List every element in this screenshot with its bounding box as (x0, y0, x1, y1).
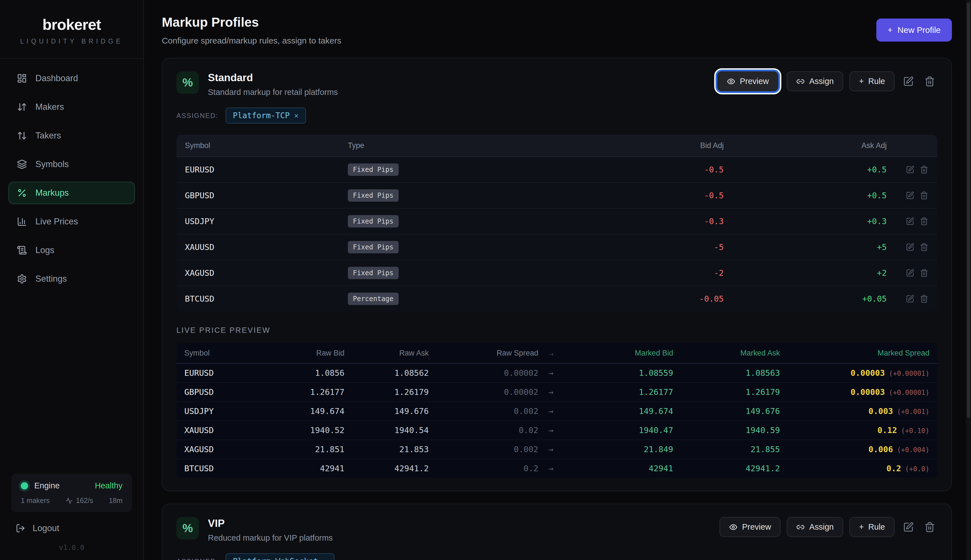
add-rule-button[interactable]: + Rule (849, 71, 894, 91)
marked-spread: 0.006 (868, 445, 893, 454)
col-raw-bid: Raw Bid (280, 343, 344, 363)
marked-bid: 1.26177 (564, 383, 673, 401)
edit-rule-button[interactable] (905, 242, 915, 252)
delete-rule-button[interactable] (919, 165, 929, 174)
rule-label: Rule (868, 77, 885, 86)
sidebar-item-settings[interactable]: Settings (8, 268, 135, 290)
delete-rule-button[interactable] (919, 217, 929, 226)
marked-bid: 1940.47 (564, 421, 673, 440)
sidebar-item-makers[interactable]: Makers (8, 96, 135, 118)
trash-icon (920, 217, 928, 225)
spread-delta: (+0.00001) (889, 370, 930, 377)
scrollbar-thumb[interactable] (967, 2, 970, 418)
raw-spread: 0.00002 (429, 383, 538, 401)
rule-row: XAUUSD Fixed Pips -5 +5 (177, 234, 937, 260)
edit-rule-button[interactable] (905, 191, 915, 200)
engine-health-badge: Healthy (95, 481, 122, 490)
edit-profile-button[interactable] (901, 74, 916, 89)
preview-label: Preview (740, 77, 769, 86)
engine-status-card: Engine Healthy 1 makers 162/s 18m (11, 474, 132, 512)
rule-row: USDJPY Fixed Pips -0.3 +0.3 (177, 208, 937, 234)
delete-profile-button[interactable] (922, 74, 937, 89)
live-price-row: GBPUSD 1.26177 1.26179 0.00002 → 1.26177… (177, 382, 937, 401)
new-profile-button[interactable]: + New Profile (876, 18, 952, 42)
assigned-label: ASSIGNED: (177, 112, 218, 120)
remove-tag-icon[interactable]: × (294, 112, 299, 120)
rule-symbol: EURUSD (185, 158, 348, 181)
raw-ask: 149.676 (344, 402, 429, 420)
spread-delta: (+0.004) (897, 446, 929, 454)
profile-card-vip: % VIP Reduced markup for VIP platforms P… (162, 503, 952, 560)
sidebar: brokeret LIQUIDITY BRIDGE Dashboard Make… (0, 0, 144, 560)
rule-symbol: XAGUSD (185, 262, 348, 284)
add-rule-button[interactable]: + Rule (849, 517, 894, 537)
col-raw-spread: Raw Spread (429, 343, 538, 363)
delete-rule-button[interactable] (919, 191, 929, 200)
live-symbol: GBPUSD (184, 383, 280, 401)
rule-label: Rule (868, 522, 885, 532)
rule-type-badge: Fixed Pips (348, 163, 399, 176)
engine-label: Engine (34, 481, 60, 490)
remove-tag-icon[interactable]: × (322, 557, 327, 560)
marked-ask: 149.676 (673, 402, 780, 420)
assigned-tag: Platform-TCP × (225, 108, 306, 123)
trash-icon (924, 76, 935, 87)
raw-ask: 1.26179 (344, 383, 429, 401)
sidebar-item-live-prices[interactable]: Live Prices (8, 210, 135, 233)
app-tagline: LIQUIDITY BRIDGE (6, 38, 138, 45)
col-marked-bid: Marked Bid (564, 343, 673, 363)
arrow-down-up-icon (17, 102, 27, 112)
sidebar-item-symbols[interactable]: Symbols (8, 153, 135, 175)
preview-button[interactable]: Preview (717, 71, 778, 91)
raw-bid: 21.851 (280, 440, 344, 458)
scrollbar-track (966, 0, 971, 560)
logout-icon (16, 523, 25, 533)
live-price-table: Symbol Raw Bid Raw Ask Raw Spread → Mark… (177, 343, 937, 478)
sidebar-item-label: Dashboard (35, 73, 78, 83)
raw-bid: 42941 (280, 459, 344, 478)
logout-button[interactable]: Logout (0, 512, 143, 533)
marked-spread: 0.12 (878, 425, 897, 435)
marked-bid: 21.849 (564, 440, 673, 458)
rule-ask-adj: +5 (724, 236, 887, 258)
edit-profile-button[interactable] (901, 520, 916, 535)
plus-icon: + (888, 25, 893, 35)
sidebar-item-takers[interactable]: Takers (8, 124, 135, 147)
edit-icon (906, 191, 914, 200)
col-bid-adj: Bid Adj (578, 135, 724, 157)
live-symbol: XAGUSD (184, 440, 280, 458)
assign-button[interactable]: Assign (787, 517, 843, 537)
raw-bid: 1940.52 (280, 421, 344, 440)
logout-label: Logout (33, 523, 59, 533)
marked-ask: 42941.2 (673, 459, 780, 478)
app-version: v1.0.0 (0, 533, 143, 560)
page-subtitle: Configure spread/markup rules, assign to… (162, 36, 341, 45)
assign-button[interactable]: Assign (787, 71, 843, 91)
arrow-up-down-icon (17, 131, 27, 141)
edit-icon (906, 217, 914, 225)
marked-spread: 0.00003 (851, 387, 885, 397)
delete-profile-button[interactable] (922, 520, 937, 535)
edit-rule-button[interactable] (905, 268, 915, 278)
layers-icon (17, 159, 27, 169)
delete-rule-button[interactable] (919, 242, 929, 252)
page-title: Markup Profiles (162, 15, 341, 30)
activity-icon (65, 497, 73, 504)
rule-row: BTCUSD Percentage -0.05 +0.05 (177, 286, 937, 312)
edit-rule-button[interactable] (905, 217, 915, 226)
sidebar-item-label: Markups (35, 188, 69, 198)
rule-bid-adj: -0.05 (578, 288, 724, 310)
sidebar-item-markups[interactable]: Markups (8, 182, 135, 204)
delete-rule-button[interactable] (919, 294, 929, 303)
delete-rule-button[interactable] (919, 268, 929, 278)
sidebar-item-dashboard[interactable]: Dashboard (8, 67, 135, 90)
edit-rule-button[interactable] (905, 294, 915, 303)
marked-spread: 0.003 (868, 407, 893, 416)
sidebar-item-label: Live Prices (35, 217, 78, 227)
profile-description: Standard markup for retail platforms (208, 88, 338, 97)
sidebar-item-logs[interactable]: Logs (8, 239, 135, 262)
preview-button[interactable]: Preview (719, 517, 781, 537)
marked-bid: 149.674 (564, 402, 673, 420)
edit-rule-button[interactable] (905, 165, 915, 174)
edit-icon (906, 295, 914, 303)
